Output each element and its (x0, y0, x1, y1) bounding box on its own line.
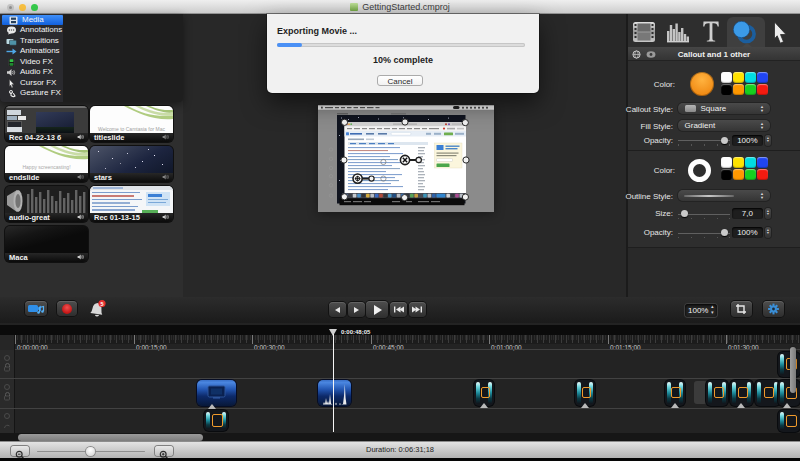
svg-text:5: 5 (100, 301, 103, 307)
